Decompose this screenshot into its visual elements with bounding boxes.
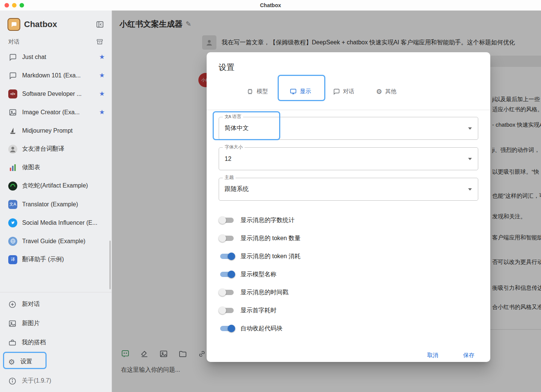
conversation-item[interactable]: 贪吃蛇(Artifact Example) [0, 177, 112, 195]
translate-avatar: 译 [8, 255, 17, 264]
toggle-timestamp: 显示消息的时间戳 [219, 283, 478, 301]
toggle-token-count: 显示消息的 token 数量 [219, 229, 478, 247]
dialog-title: 设置 [207, 52, 490, 73]
new-chat-button[interactable]: 新对话 [0, 295, 112, 314]
toggle-label: 显示消息的字数统计 [240, 216, 295, 224]
conversations-section-label: 对话 [8, 38, 20, 45]
new-chat-label: 新对话 [22, 300, 40, 308]
conversation-label: Software Developer ... [22, 91, 94, 97]
chevron-down-icon [468, 158, 472, 160]
conversation-item[interactable]: Travel Guide (Example) [0, 232, 112, 250]
save-button[interactable]: 保存 [461, 349, 477, 362]
conversation-label: Travel Guide (Example) [22, 238, 105, 245]
conversation-item[interactable]: Social Media Influencer (E... [0, 213, 112, 232]
star-icon: ★ [99, 90, 105, 98]
tab-other-label: 其他 [385, 88, 396, 95]
about-button[interactable]: 关于(1.9.7) [0, 371, 112, 390]
close-window-button[interactable] [5, 3, 9, 8]
conversation-item[interactable]: Just chat ★ [0, 48, 112, 66]
translator-avatar: 文A [8, 200, 17, 209]
twitter-avatar [8, 218, 17, 227]
model-name-switch[interactable] [219, 269, 235, 279]
my-copilots-button[interactable]: 我的搭档 [0, 333, 112, 352]
language-select[interactable]: 文A 语言 简体中文 [219, 117, 478, 140]
star-icon: ★ [99, 108, 105, 116]
conversations-section-header: 对话 [0, 35, 112, 48]
developer-avatar: </> [8, 89, 17, 98]
settings-button[interactable]: ⚙ 设置 [0, 352, 112, 371]
token-count-switch[interactable] [219, 233, 235, 243]
conversation-list: Just chat ★ Markdown 101 (Exa... ★ </> S… [0, 48, 112, 269]
font-size-label: 字体大小 [223, 144, 245, 150]
star-icon: ★ [99, 53, 105, 61]
word-count-switch[interactable] [219, 215, 235, 225]
sidebar-actions: 新对话 新图片 我的搭档 ⚙ 设置 关于(1.9.7) [0, 292, 112, 392]
conversation-label: 做图表 [22, 163, 105, 171]
image-icon [8, 108, 17, 117]
model-icon [246, 88, 254, 95]
conversation-label: 女友潜台词翻译 [22, 145, 105, 153]
conversation-label: Translator (Example) [22, 201, 105, 208]
toggle-label: 显示首字耗时 [240, 307, 277, 315]
archive-icon[interactable] [96, 38, 103, 45]
gear-icon: ⚙ [8, 358, 15, 366]
snake-avatar [8, 182, 17, 191]
theme-select[interactable]: 主题 跟随系统 [219, 178, 478, 201]
toggle-model-name: 显示模型名称 [219, 265, 478, 283]
zoom-window-button[interactable] [20, 3, 24, 8]
sidebar-logo-row: Chatbox [0, 11, 112, 35]
toggle-label: 显示消息的 token 数量 [240, 235, 301, 242]
language-value: 简体中文 [225, 124, 249, 132]
toggle-label: 显示消息的时间戳 [240, 289, 289, 297]
settings-dialog: 设置 模型 显示 对话 ⚙ 其他 文A 语言 简体中文 字体大小 [207, 52, 490, 362]
timestamp-switch[interactable] [219, 288, 235, 297]
dialog-buttons: 取消 保存 [207, 349, 490, 362]
tab-chat-label: 对话 [343, 88, 354, 95]
token-usage-switch[interactable] [219, 251, 235, 261]
conversation-item[interactable]: Midjourney Prompt [0, 121, 112, 140]
chevron-down-icon [468, 188, 472, 191]
new-image-label: 新图片 [22, 319, 40, 327]
conversation-item[interactable]: 做图表 [0, 158, 112, 177]
cancel-button[interactable]: 取消 [425, 349, 441, 362]
toggle-token-usage: 显示消息的 token 消耗 [219, 247, 478, 265]
display-icon [290, 88, 297, 95]
conversation-item[interactable]: Markdown 101 (Exa... ★ [0, 66, 112, 85]
chart-icon [8, 163, 17, 172]
person-avatar [8, 145, 17, 154]
conversation-label: Image Creator (Exa... [22, 109, 94, 116]
collapse-sidebar-icon[interactable] [96, 20, 104, 29]
conversation-label: Just chat [22, 54, 94, 61]
conversation-label: Social Media Influencer (E... [22, 219, 105, 226]
conversation-item[interactable]: 译 翻译助手 (示例) [0, 250, 112, 269]
settings-tabs: 模型 显示 对话 ⚙ 其他 [207, 73, 490, 110]
display-toggles: 显示消息的字数统计 显示消息的 token 数量 显示消息的 token 消耗 … [207, 208, 490, 338]
conversation-item[interactable]: </> Software Developer ... ★ [0, 85, 112, 103]
toggle-label: 显示模型名称 [240, 271, 277, 278]
sidebar-scrollbar[interactable] [109, 241, 111, 289]
first-token-latency-switch[interactable] [219, 306, 235, 315]
toggle-label: 自动收起代码块 [240, 325, 283, 333]
conversation-item[interactable]: 文A Translator (Example) [0, 195, 112, 213]
tab-other[interactable]: ⚙ 其他 [376, 88, 396, 95]
chat-icon [333, 88, 340, 95]
theme-label: 主题 [223, 175, 236, 180]
sailboat-icon [8, 126, 17, 135]
chatbox-logo-icon [8, 18, 20, 31]
minimize-window-button[interactable] [12, 3, 17, 8]
tab-model[interactable]: 模型 [246, 88, 268, 95]
font-size-select[interactable]: 字体大小 12 [219, 147, 478, 170]
display-settings-fields: 文A 语言 简体中文 字体大小 12 主题 跟随系统 [207, 110, 490, 201]
window-title: Chatbox [260, 2, 281, 8]
toggle-word-count: 显示消息的字数统计 [219, 211, 478, 229]
new-image-button[interactable]: 新图片 [0, 314, 112, 333]
tab-display-label: 显示 [300, 88, 311, 95]
conversation-label: 贪吃蛇(Artifact Example) [22, 182, 105, 190]
conversation-item[interactable]: Image Creator (Exa... ★ [0, 103, 112, 121]
conversation-item[interactable]: 女友潜台词翻译 [0, 140, 112, 158]
tab-chat[interactable]: 对话 [333, 88, 354, 95]
collapse-code-switch[interactable] [219, 324, 235, 333]
theme-value: 跟随系统 [225, 185, 249, 193]
traffic-lights [5, 3, 24, 8]
tab-display[interactable]: 显示 [290, 88, 311, 95]
